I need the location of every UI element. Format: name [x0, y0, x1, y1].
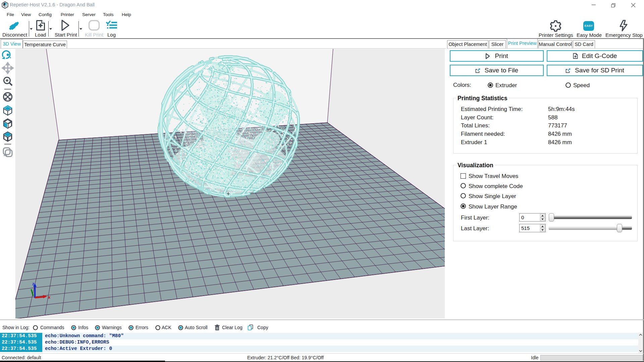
svg-text:x: x — [48, 295, 51, 300]
svg-text:z: z — [32, 281, 35, 286]
